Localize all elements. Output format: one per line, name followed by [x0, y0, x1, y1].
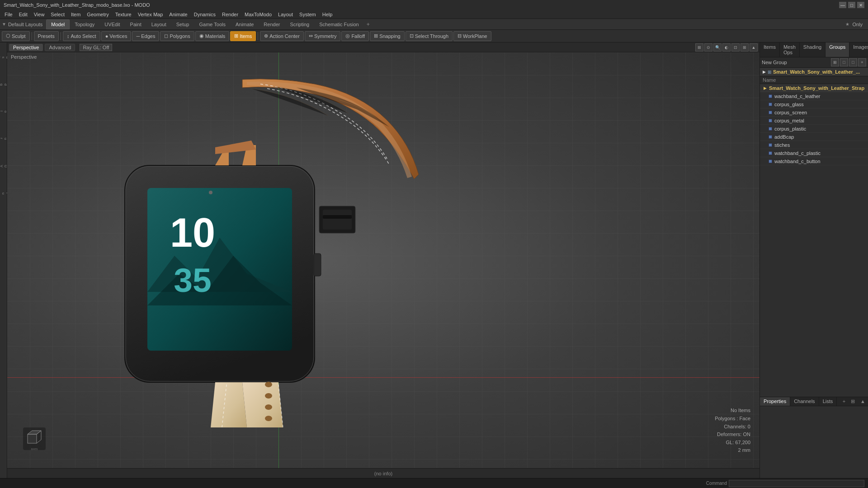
sidebar-item-basic[interactable]: Basic [0, 44, 7, 71]
tab-schematic-fusion[interactable]: Schematic Fusion [314, 19, 363, 29]
panel-tab-shading[interactable]: Shading [800, 42, 826, 57]
viewport-icon-4[interactable]: ◐ [722, 43, 731, 52]
command-input[interactable] [729, 480, 864, 487]
sidebar-item-curve[interactable]: Curv [0, 126, 7, 153]
items-list[interactable]: ▶Smart_Watch_Sony_with_Leather_Strapwach… [760, 84, 868, 397]
viewport-tab-perspective[interactable]: Perspective [9, 44, 43, 51]
panel-tab-mesh-ops[interactable]: Mesh Ops [780, 42, 800, 57]
auto-select-button[interactable]: ↕ Auto Select [63, 31, 100, 41]
tab-scripting[interactable]: Scripting [285, 19, 314, 29]
stat-deformers: Deformers: ON [715, 431, 750, 439]
tab-layout[interactable]: Layout [146, 19, 171, 29]
menu-select[interactable]: Select [48, 11, 67, 18]
list-item[interactable]: corpus_plastic [760, 125, 868, 133]
sidebar-item-uv[interactable]: UV [0, 153, 7, 180]
panel-tab-groups[interactable]: Groups [826, 42, 849, 57]
list-item[interactable]: corpus_metal [760, 117, 868, 125]
viewport-area: Perspective Advanced Ray GL: Off ⊞ ⊙ 🔍 ◐… [7, 42, 760, 478]
work-plane-button[interactable]: ⊟ WorkPlane [453, 31, 491, 41]
list-item[interactable]: corpus_glass [760, 100, 868, 108]
menu-dynamics[interactable]: Dynamics [191, 11, 218, 18]
viewport-icon-7[interactable]: ▲ [750, 43, 758, 52]
bottom-panel-settings[interactable]: ⊞ [848, 397, 858, 406]
item-type-icon [767, 142, 774, 148]
list-item[interactable]: ▶Smart_Watch_Sony_with_Leather_Strap [760, 84, 868, 92]
action-center-button[interactable]: ⊕ Action Center [260, 31, 304, 41]
menu-layout[interactable]: Layout [275, 11, 296, 18]
panel-btn-1[interactable]: ⊞ [831, 58, 839, 66]
panel-btn-3[interactable]: □ [849, 58, 857, 66]
menu-render[interactable]: Render [219, 11, 241, 18]
perspective-label: Perspective [11, 54, 37, 60]
tab-model[interactable]: Model [46, 19, 70, 29]
presets-button[interactable]: Presets [34, 31, 59, 41]
menu-edit[interactable]: Edit [16, 11, 30, 18]
svg-point-9 [265, 393, 272, 399]
viewport-canvas[interactable]: 10 35 [7, 52, 760, 468]
tab-uvedit[interactable]: UVEdit [99, 19, 125, 29]
svg-rect-5 [314, 253, 321, 276]
close-button[interactable]: ✕ [857, 2, 864, 8]
sidebar-item-polygon[interactable]: Poly [0, 99, 7, 126]
viewport-icon-3[interactable]: 🔍 [713, 43, 722, 52]
list-item[interactable]: addBcap [760, 133, 868, 141]
tab-setup[interactable]: Setup [171, 19, 194, 29]
list-item[interactable]: watchband_c_plastic [760, 149, 868, 157]
snapping-button[interactable]: ⊞ Snapping [370, 31, 405, 41]
minimize-button[interactable]: — [839, 2, 846, 8]
panel-btn-4[interactable]: + [858, 58, 866, 66]
work-plane-icon: ⊟ [458, 33, 462, 39]
sculpt-button[interactable]: ⬡ Sculpt [2, 31, 30, 41]
menu-maxtomode[interactable]: MaxToModo [242, 11, 274, 18]
menu-vertex-map[interactable]: Vertex Map [135, 11, 166, 18]
materials-button[interactable]: ◉ Materials [195, 31, 230, 41]
bottom-tab-channels[interactable]: Channels [790, 397, 819, 406]
menu-system[interactable]: System [297, 11, 319, 18]
symmetry-button[interactable]: ⇔ Symmetry [305, 31, 341, 41]
viewport-icon-1[interactable]: ⊞ [695, 43, 703, 52]
list-item[interactable]: stiches [760, 141, 868, 149]
polygons-button[interactable]: ◻ Polygons [160, 31, 194, 41]
menu-file[interactable]: File [2, 11, 15, 18]
maximize-button[interactable]: □ [848, 2, 855, 8]
layout-dropdown[interactable]: Default Layouts [8, 22, 42, 27]
viewport-icon-5[interactable]: ⊡ [731, 43, 740, 52]
tab-game-tools[interactable]: Game Tools [194, 19, 231, 29]
bottom-panel-expand[interactable]: ▲ [858, 397, 868, 406]
bottom-panel-add[interactable]: + [840, 397, 848, 406]
viewport-tab-advanced[interactable]: Advanced [45, 44, 75, 51]
sidebar-item-edge[interactable]: Edge [0, 71, 7, 99]
bottom-tab-properties[interactable]: Properties [760, 397, 790, 406]
bottom-tab-lists[interactable]: Lists [819, 397, 837, 406]
falloff-button[interactable]: ◎ Falloff [341, 31, 369, 41]
list-item[interactable]: corpus_screen [760, 108, 868, 117]
menu-help[interactable]: Help [320, 11, 335, 18]
right-bottom-panel: Properties Channels Lists + ⊞ ▲ [760, 397, 868, 478]
menu-geometry[interactable]: Geometry [84, 11, 111, 18]
menu-view[interactable]: View [31, 11, 47, 18]
viewport-icon-6[interactable]: ⊞ [741, 43, 749, 52]
panel-btn-2[interactable]: □ [840, 58, 848, 66]
svg-rect-7 [323, 210, 352, 230]
menu-texture[interactable]: Texture [113, 11, 134, 18]
menu-item[interactable]: Item [68, 11, 83, 18]
viewport-icon-2[interactable]: ⊙ [704, 43, 712, 52]
right-bottom-tabs: Properties Channels Lists + ⊞ ▲ [760, 397, 868, 406]
list-item[interactable]: wachband_c_leather [760, 92, 868, 100]
raygl-toggle[interactable]: Ray GL: Off [80, 44, 112, 51]
sidebar-item-fusion[interactable]: Fus [0, 180, 7, 207]
items-button[interactable]: ⊞ Items [230, 31, 256, 41]
tab-animate[interactable]: Animate [231, 19, 259, 29]
edges-button[interactable]: ─ Edges [132, 31, 159, 41]
tab-paint[interactable]: Paint [125, 19, 146, 29]
item-type-icon [767, 93, 774, 99]
tab-topology[interactable]: Topology [70, 19, 99, 29]
select-through-button[interactable]: ⊡ Select Through [406, 31, 453, 41]
panel-tab-images[interactable]: Images [849, 42, 868, 57]
add-mode-tab[interactable]: + [364, 20, 373, 28]
menu-animate[interactable]: Animate [166, 11, 190, 18]
list-item[interactable]: watchband_c_button [760, 157, 868, 165]
tab-render[interactable]: Render [259, 19, 285, 29]
vertices-button[interactable]: ● Vertices [101, 31, 132, 41]
panel-tab-items[interactable]: Items [760, 42, 780, 57]
